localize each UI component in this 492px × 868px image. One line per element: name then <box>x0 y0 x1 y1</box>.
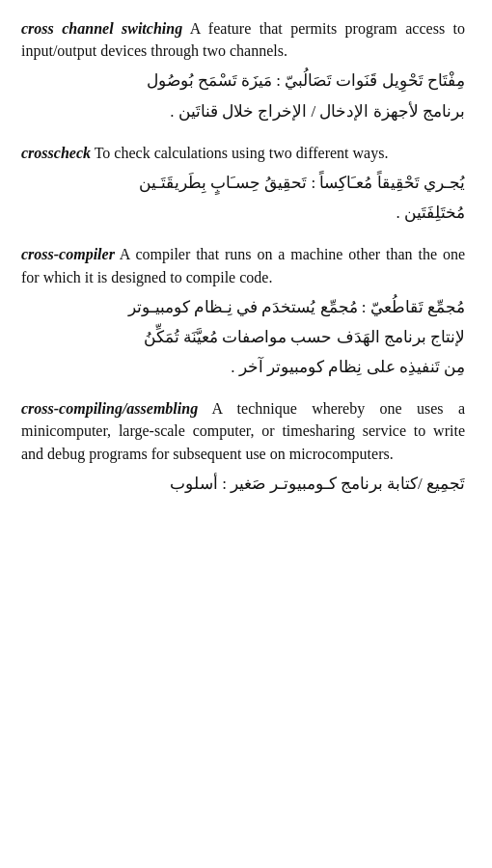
entry-en-cross-compiler: cross-compiler A compiler that runs on a… <box>21 243 465 287</box>
entry-crosscheck: crosscheck To check calculations using t… <box>21 142 465 227</box>
entry-cross-channel-switching: cross channel switching A feature that p… <box>21 17 465 124</box>
entry-ar-cross-compiler-2: لإنتاج برنامج الهَدَف حسب مواصفات مُعيَّ… <box>21 324 465 350</box>
entry-ar-cross-compiler-1: مُجمِّع تَقاطُعيّ : مُجمِّع يُستخدَم في … <box>21 294 465 320</box>
entry-ar-cross-channel-switching-1: مِفْتَاح تَحْوِيل قَنَوات تَصَالُبيّ : م… <box>21 68 465 94</box>
entry-ar-cross-compiling-assembling-1: تَجمِيع /كتابة برنامج كـومبيوتـر صَغير :… <box>21 471 465 497</box>
def-crosscheck: To check calculations using two differen… <box>91 145 388 161</box>
entry-en-cross-channel-switching: cross channel switching A feature that p… <box>21 17 465 62</box>
term-cross-channel-switching: cross channel switching <box>21 20 182 37</box>
entry-cross-compiler: cross-compiler A compiler that runs on a… <box>21 243 465 380</box>
entry-ar-crosscheck-1: يُجـري تَحْقِيقاً مُعـَاكِساً : تَحقِيقُ… <box>21 170 465 196</box>
term-crosscheck: crosscheck <box>21 145 91 161</box>
entry-en-crosscheck: crosscheck To check calculations using t… <box>21 142 465 164</box>
entry-ar-crosscheck-2: مُختَلِفَتَين . <box>21 200 465 226</box>
entry-ar-cross-compiler-3: مِن تَنفيذِه على نِظام كومبيوتر آخر . <box>21 354 465 380</box>
entry-cross-compiling-assembling: cross-compiling/assembling A technique w… <box>21 397 465 497</box>
dictionary-page: cross channel switching A feature that p… <box>21 17 465 497</box>
entry-en-cross-compiling-assembling: cross-compiling/assembling A technique w… <box>21 397 465 465</box>
term-cross-compiler: cross-compiler <box>21 246 115 262</box>
term-cross-compiling-assembling: cross-compiling/assembling <box>21 400 198 417</box>
entry-ar-cross-channel-switching-2: برنامج لأجهزة الإدخال / الإخراج خلال قنا… <box>21 98 465 124</box>
